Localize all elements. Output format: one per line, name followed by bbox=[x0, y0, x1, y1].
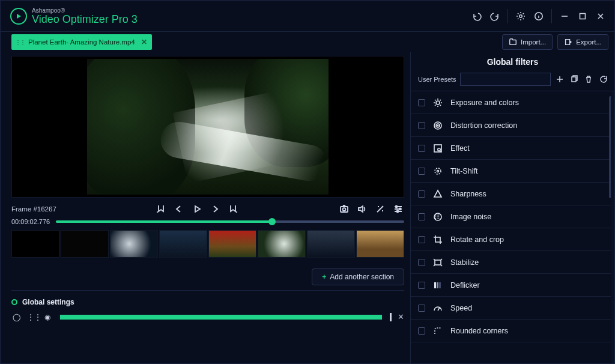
filter-rounded-corners[interactable]: Rounded corners bbox=[411, 320, 611, 342]
range-end-handle[interactable] bbox=[390, 313, 392, 321]
filter-checkbox[interactable] bbox=[418, 259, 425, 266]
filter-checkbox[interactable] bbox=[418, 282, 425, 289]
toolbar-row: ⋮⋮ Planet Earth- Amazing Nature.mp4 ✕ Im… bbox=[1, 32, 614, 52]
export-button[interactable]: Export... bbox=[557, 34, 608, 50]
preset-row: User Presets bbox=[411, 70, 614, 91]
filter-checkbox[interactable] bbox=[418, 145, 425, 152]
thumbnail[interactable] bbox=[258, 230, 306, 258]
seek-slider[interactable] bbox=[56, 220, 404, 223]
stabilize-icon bbox=[432, 257, 443, 268]
filter-deflicker[interactable]: Deflicker bbox=[411, 274, 611, 297]
svg-point-4 bbox=[343, 208, 346, 211]
snapshot-button[interactable] bbox=[338, 203, 350, 215]
filter-sharpness[interactable]: Sharpness bbox=[411, 183, 611, 205]
file-tab[interactable]: ⋮⋮ Planet Earth- Amazing Nature.mp4 ✕ bbox=[11, 34, 152, 50]
filter-label: Image noise bbox=[450, 213, 491, 221]
filter-checkbox[interactable] bbox=[418, 190, 425, 198]
redo-button[interactable] bbox=[486, 7, 504, 25]
transport-row: Frame #16267 bbox=[11, 201, 404, 217]
close-tab-button[interactable]: ✕ bbox=[141, 38, 147, 46]
grip-icon[interactable]: ⋮⋮ bbox=[27, 313, 37, 321]
preview-area[interactable] bbox=[11, 56, 404, 198]
thumbnail[interactable] bbox=[61, 230, 109, 258]
preset-copy-button[interactable] bbox=[569, 74, 580, 85]
seek-thumb[interactable] bbox=[268, 218, 276, 225]
filter-checkbox[interactable] bbox=[418, 213, 425, 220]
drag-grip-icon: ⋮⋮ bbox=[15, 39, 25, 46]
prev-frame-button[interactable] bbox=[173, 203, 185, 215]
window-close-button[interactable] bbox=[592, 7, 610, 25]
play-button[interactable] bbox=[191, 203, 203, 215]
scrollbar[interactable] bbox=[609, 96, 612, 198]
svg-point-12 bbox=[437, 125, 438, 126]
filter-speed[interactable]: Speed bbox=[411, 297, 611, 320]
filter-checkbox[interactable] bbox=[418, 99, 425, 106]
filter-checkbox[interactable] bbox=[418, 122, 425, 129]
filters-list: Exposure and colors Distortion correctio… bbox=[411, 91, 614, 364]
filter-checkbox[interactable] bbox=[418, 168, 425, 175]
svg-point-16 bbox=[437, 170, 439, 172]
filter-checkbox[interactable] bbox=[418, 327, 425, 335]
preset-select[interactable] bbox=[460, 73, 551, 86]
section-range-slider[interactable] bbox=[58, 315, 384, 320]
volume-button[interactable] bbox=[356, 203, 368, 215]
filter-checkbox[interactable] bbox=[418, 305, 425, 312]
filter-label: Effect bbox=[450, 144, 470, 153]
thumbnail-strip[interactable] bbox=[11, 230, 404, 258]
rounded-icon bbox=[432, 326, 443, 336]
circle-icon[interactable]: ◯ bbox=[11, 313, 21, 321]
preset-reset-button[interactable] bbox=[598, 74, 608, 85]
info-button[interactable] bbox=[530, 7, 548, 25]
frame-label: Frame #16267 bbox=[11, 205, 56, 213]
filter-stabilize[interactable]: Stabilize bbox=[411, 251, 611, 274]
filter-image-noise[interactable]: Image noise bbox=[411, 205, 611, 228]
filter-effect[interactable]: Effect bbox=[411, 137, 611, 160]
tilt-shift-icon bbox=[432, 166, 443, 177]
add-section-button[interactable]: + Add another section bbox=[312, 268, 404, 285]
window-minimize-button[interactable] bbox=[556, 7, 574, 25]
deflicker-icon bbox=[432, 280, 443, 291]
filter-label: Rotate and crop bbox=[450, 235, 504, 244]
app-title: Video Optimizer Pro 3 bbox=[32, 14, 138, 25]
undo-button[interactable] bbox=[468, 7, 486, 25]
presets-label: User Presets bbox=[418, 76, 456, 83]
delete-section-button[interactable]: ✕ bbox=[398, 312, 404, 321]
window-maximize-button[interactable] bbox=[574, 7, 592, 25]
thumbnail[interactable] bbox=[11, 230, 59, 258]
add-section-label: Add another section bbox=[330, 273, 394, 281]
import-button[interactable]: Import... bbox=[502, 34, 553, 50]
export-label: Export... bbox=[576, 38, 602, 46]
filter-distortion[interactable]: Distortion correction bbox=[411, 114, 611, 137]
thumbnail[interactable] bbox=[208, 230, 256, 258]
global-settings-header[interactable]: Global settings bbox=[11, 298, 404, 306]
filter-tilt-shift[interactable]: Tilt-Shift bbox=[411, 160, 611, 183]
filter-exposure-colors[interactable]: Exposure and colors bbox=[411, 91, 611, 114]
thumbnail[interactable] bbox=[356, 230, 404, 258]
preset-add-button[interactable] bbox=[554, 74, 565, 85]
filter-label: Sharpness bbox=[450, 190, 486, 198]
import-label: Import... bbox=[521, 38, 546, 46]
thumbnail[interactable] bbox=[159, 230, 207, 258]
app-logo-icon bbox=[10, 8, 27, 25]
magic-button[interactable] bbox=[374, 203, 386, 215]
titlebar: Ashampoo® Video Optimizer Pro 3 bbox=[1, 1, 614, 32]
eye-icon[interactable]: ◉ bbox=[43, 313, 52, 321]
main: Frame #16267 00:09:02.776 bbox=[1, 52, 614, 364]
mark-out-button[interactable] bbox=[227, 203, 239, 215]
seek-row: 00:09:02.776 bbox=[11, 218, 404, 225]
thumbnail[interactable] bbox=[110, 230, 158, 258]
preview-frame bbox=[87, 59, 329, 195]
right-panel: Global filters User Presets Exposure and… bbox=[410, 52, 614, 364]
filter-checkbox[interactable] bbox=[418, 236, 425, 243]
effect-icon bbox=[432, 143, 443, 154]
thumbnail[interactable] bbox=[307, 230, 355, 258]
svg-point-9 bbox=[436, 101, 440, 105]
settings-button[interactable] bbox=[512, 7, 530, 25]
preset-delete-button[interactable] bbox=[583, 74, 594, 85]
file-tab-label: Planet Earth- Amazing Nature.mp4 bbox=[28, 38, 135, 46]
next-frame-button[interactable] bbox=[209, 203, 221, 215]
adjust-button[interactable] bbox=[392, 203, 404, 215]
mark-in-button[interactable] bbox=[155, 203, 167, 215]
filter-rotate-crop[interactable]: Rotate and crop bbox=[411, 228, 611, 251]
filter-label: Stabilize bbox=[450, 258, 479, 267]
